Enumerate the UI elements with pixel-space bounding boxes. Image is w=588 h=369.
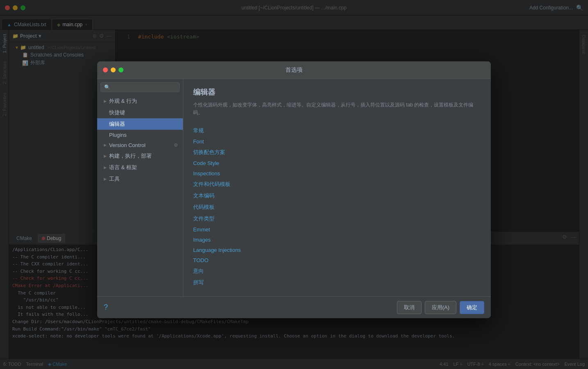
dialog-body: ▶ 外观 & 行为 ▶ 快捷键 ▶ 编辑器 ▶ Plugins ▶ Versio… [97, 79, 491, 296]
submenu-item-spelling[interactable]: 拼写 [193, 277, 481, 288]
dialog-traffic-lights [103, 67, 123, 72]
dialog-nav-vcs[interactable]: ▶ Version Control ⚙ [97, 140, 183, 150]
dialog-nav-editor[interactable]: ▶ 编辑器 [97, 118, 183, 129]
dialog-title: 首选项 [285, 66, 303, 73]
dialog-sidebar: ▶ 外观 & 行为 ▶ 快捷键 ▶ 编辑器 ▶ Plugins ▶ Versio… [97, 79, 183, 296]
dialog-footer: ? 取消 应用(A) 确定 [97, 297, 491, 318]
preferences-dialog: 首选项 ▶ 外观 & 行为 ▶ 快捷键 ▶ 编辑器 ▶ Plugins ▶ [97, 61, 491, 318]
arrow-icon: ▶ [104, 154, 107, 158]
dialog-minimize-button[interactable] [111, 67, 116, 72]
submenu-item-images[interactable]: Images [193, 235, 481, 245]
apply-button[interactable]: 应用(A) [425, 301, 456, 314]
arrow-icon: ▶ [104, 177, 107, 181]
submenu-item-fileencoding[interactable]: 文本编码 [193, 190, 481, 201]
vcs-gear-icon: ⚙ [174, 142, 178, 147]
submenu-item-colorscheme[interactable]: 切换配色方案 [193, 147, 481, 158]
dialog-nav-lang[interactable]: ▶ 语言 & 框架 [97, 161, 183, 173]
dialog-close-button[interactable] [103, 67, 108, 72]
submenu-item-intentions[interactable]: 意向 [193, 265, 481, 277]
submenu-item-emmet[interactable]: Emmet [193, 224, 481, 235]
arrow-icon: ▶ [104, 143, 107, 147]
help-icon[interactable]: ? [104, 303, 108, 312]
submenu-item-todo[interactable]: TODO [193, 255, 481, 265]
arrow-icon: ▶ [104, 99, 107, 103]
cancel-button[interactable]: 取消 [397, 301, 422, 314]
submenu-item-inspections[interactable]: Inspections [193, 168, 481, 179]
submenu-item-font[interactable]: Font [193, 136, 481, 147]
submenu-item-filetemplates[interactable]: 文件和代码模板 [193, 179, 481, 190]
dialog-nav-tools[interactable]: ▶ 工具 [97, 173, 183, 184]
dialog-nav-plugins[interactable]: ▶ Plugins [97, 129, 183, 140]
submenu-item-codestyle[interactable]: Code Style [193, 158, 481, 168]
submenu-item-livetemplates[interactable]: 代码模板 [193, 201, 481, 213]
submenu-item-general[interactable]: 常规 [193, 125, 481, 136]
dialog-nav-appearance[interactable]: ▶ 外观 & 行为 [97, 95, 183, 106]
dialog-nav-build[interactable]: ▶ 构建，执行，部署 [97, 150, 183, 161]
arrow-icon: ▶ [104, 165, 107, 169]
dialog-content: 编辑器 个性化源码外观，如改变字体，高亮样式，缩进等。自定义编辑器，从行号，插入… [183, 79, 491, 296]
dialog-section-desc: 个性化源码外观，如改变字体，高亮样式，缩进等。自定义编辑器，从行号，插入符位置以… [193, 101, 481, 116]
dialog-maximize-button[interactable] [119, 67, 123, 72]
dialog-search-input[interactable] [100, 82, 180, 92]
dialog-section-title: 编辑器 [193, 87, 481, 97]
dialog-nav-shortcuts[interactable]: ▶ 快捷键 [97, 106, 183, 118]
submenu-item-filetypes[interactable]: 文件类型 [193, 213, 481, 224]
submenu-item-langinjections[interactable]: Language Injections [193, 245, 481, 255]
ok-button[interactable]: 确定 [460, 301, 484, 314]
dialog-header: 首选项 [97, 61, 491, 79]
